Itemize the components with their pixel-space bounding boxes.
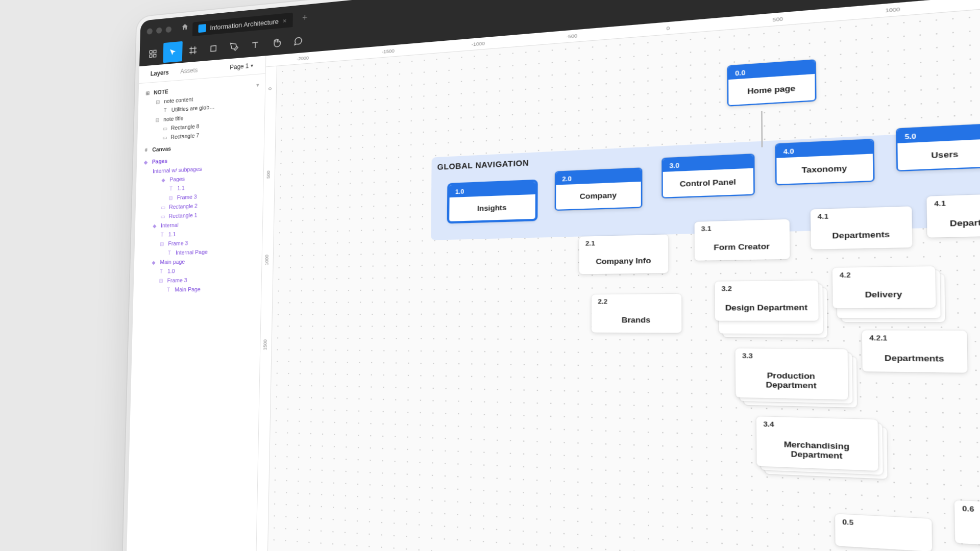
svg-rect-3: [154, 54, 156, 57]
group-icon: ⊟: [154, 98, 161, 105]
node-departments-4[interactable]: 4.1 Departments: [811, 206, 913, 249]
frame-icon: ⊟: [158, 241, 165, 246]
close-window-icon[interactable]: [147, 28, 153, 35]
node-brands[interactable]: 2.2 Brands: [592, 294, 682, 333]
shape-tool[interactable]: [204, 37, 224, 59]
rect-icon: ▭: [159, 213, 166, 219]
node-home[interactable]: 0.0 Home page: [727, 59, 816, 107]
page-label: Page 1: [230, 62, 249, 71]
close-tab-icon[interactable]: ×: [283, 16, 287, 24]
chevron-down-icon: ▾: [251, 63, 253, 68]
text-icon: T: [165, 287, 172, 292]
node-05[interactable]: 0.5: [835, 514, 932, 551]
layer-item[interactable]: TMain Page: [133, 284, 261, 294]
text-icon: T: [166, 250, 173, 256]
frame-icon: ⊟: [167, 195, 174, 201]
node-departments-5[interactable]: 4.1 Departments: [926, 193, 980, 238]
left-sidebar: Layers Assets Page 1 ▾ ⊞ NOTE ▾ ⊟note co…: [125, 56, 266, 551]
frame-icon: ⊞: [144, 90, 151, 96]
text-tool[interactable]: [245, 34, 265, 56]
window-controls[interactable]: [147, 27, 172, 35]
group-icon: ⊟: [154, 117, 161, 123]
svg-rect-2: [150, 55, 152, 58]
node-control-panel[interactable]: 3.0 Control Panel: [662, 154, 755, 198]
frame-icon: #: [143, 147, 150, 153]
svg-rect-0: [150, 51, 152, 54]
node-users[interactable]: 5.0 Users: [896, 123, 980, 171]
menu-button[interactable]: [143, 43, 163, 64]
node-delivery[interactable]: 4.2 Delivery: [832, 266, 936, 315]
node-form-creator[interactable]: 3.1 Form Creator: [695, 219, 790, 261]
node-taxonomy[interactable]: 4.0 Taxonomy: [775, 139, 874, 185]
text-icon: T: [167, 186, 174, 192]
node-production-dept[interactable]: 3.3 Production Department: [736, 348, 848, 400]
component-icon: ◆: [150, 259, 157, 265]
component-icon: ◆: [151, 223, 158, 229]
text-icon: T: [162, 107, 168, 113]
rect-icon: ▭: [161, 126, 168, 132]
rect-icon: ▭: [161, 134, 168, 140]
move-tool[interactable]: [163, 41, 182, 63]
component-icon: ◆: [160, 177, 167, 183]
add-tab-button[interactable]: +: [302, 12, 308, 23]
node-company[interactable]: 2.0 Company: [555, 167, 643, 211]
layer-tree[interactable]: ⊞ NOTE ▾ ⊟note content TUtilities are gl…: [133, 74, 265, 297]
minimize-window-icon[interactable]: [156, 27, 162, 34]
chevron-down-icon[interactable]: ▾: [256, 82, 259, 87]
node-design-dept[interactable]: 3.2 Design Department: [715, 280, 819, 330]
hand-tool[interactable]: [266, 32, 287, 54]
assets-tab[interactable]: Assets: [175, 61, 204, 80]
file-icon: [198, 24, 206, 33]
svg-rect-4: [211, 45, 216, 51]
node-merch-dept[interactable]: 3.4 Merchandising Department: [756, 416, 878, 471]
node-insights[interactable]: 1.0 Insights: [448, 181, 536, 222]
node-departments-421[interactable]: 4.2.1 Departments: [862, 330, 968, 372]
component-icon: ◆: [142, 159, 149, 165]
text-icon: T: [159, 232, 165, 237]
svg-rect-1: [154, 50, 156, 53]
node-carrers[interactable]: 0.6 Carrers: [954, 500, 980, 549]
page-selector[interactable]: Page 1 ▾: [224, 56, 259, 77]
home-icon[interactable]: [181, 22, 189, 33]
frame-icon: ⊟: [158, 278, 164, 283]
node-company-info[interactable]: 2.1 Company Info: [579, 234, 669, 274]
maximize-window-icon[interactable]: [166, 27, 172, 33]
pen-tool[interactable]: [224, 36, 244, 58]
rect-icon: ▭: [159, 204, 166, 210]
connector-line: [761, 111, 763, 147]
canvas[interactable]: -2000 -1500 -1000 -500 0 500 1000 0 500 …: [255, 0, 980, 551]
frame-tool[interactable]: [183, 39, 203, 61]
text-icon: T: [158, 268, 164, 274]
layers-tab[interactable]: Layers: [144, 63, 175, 83]
tab-label: Information Architecture: [210, 17, 279, 32]
comment-tool[interactable]: [287, 30, 308, 52]
device-frame: Information Architecture × + PRODUCTS | …: [125, 0, 980, 551]
